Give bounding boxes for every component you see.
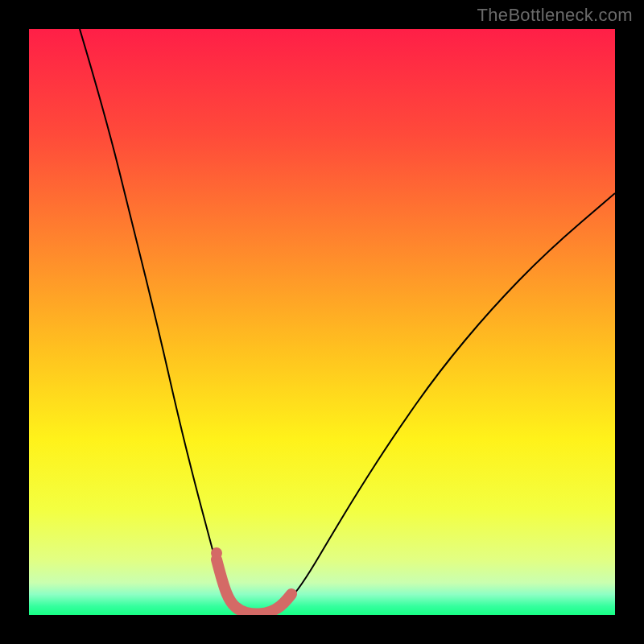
gradient-background <box>29 29 615 615</box>
optimal-start-dot <box>211 547 222 559</box>
watermark-text: TheBottleneck.com <box>477 5 633 26</box>
chart-frame: { "watermark": "TheBottleneck.com", "plo… <box>0 0 644 644</box>
bottleneck-chart <box>0 0 644 644</box>
